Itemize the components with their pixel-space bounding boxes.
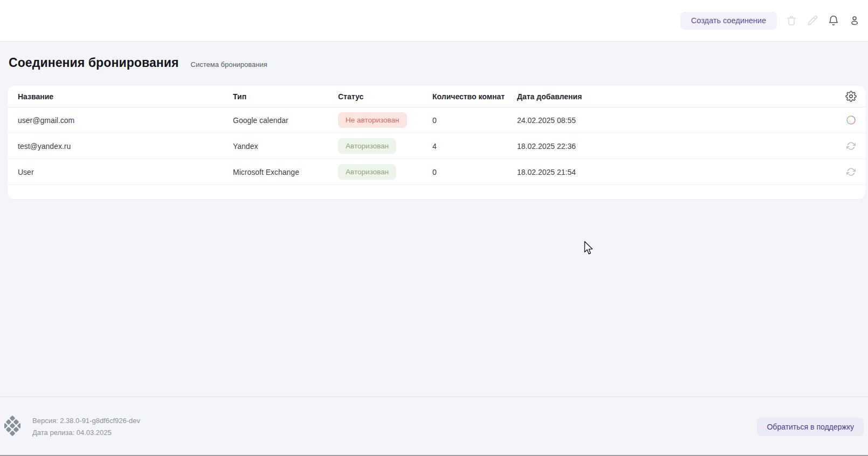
- table-row[interactable]: test@yandex.ru Yandex Авторизован 4 18.0…: [8, 133, 865, 159]
- column-header-rooms: Количество комнат: [432, 92, 517, 101]
- cell-name: test@yandex.ru: [18, 142, 233, 151]
- status-badge: Авторизован: [338, 164, 396, 180]
- cell-name: User: [18, 168, 233, 176]
- top-bar-icons: [784, 13, 862, 28]
- status-badge: Не авторизован: [338, 112, 407, 128]
- empty-content-area: [0, 199, 868, 397]
- top-bar: Создать соединение: [0, 0, 868, 42]
- sync-icon[interactable]: [845, 166, 857, 178]
- pencil-icon[interactable]: [805, 13, 819, 28]
- cell-date: 18.02.2025 22:36: [517, 142, 831, 151]
- cell-name: user@gmail.com: [18, 116, 233, 125]
- cell-date: 24.02.2025 08:55: [517, 116, 831, 125]
- version-text: Версия: 2.38.0-91-g8df6cf926-dev: [32, 417, 140, 425]
- column-header-name: Название: [18, 92, 233, 101]
- page-title: Соединения бронирования: [9, 56, 179, 70]
- contact-support-button[interactable]: Обратиться в поддержку: [757, 418, 864, 436]
- table-header-row: Название Тип Статус Количество комнат Да…: [8, 86, 865, 107]
- cell-date: 18.02.2025 21:54: [517, 168, 831, 176]
- bell-icon[interactable]: [826, 13, 841, 28]
- connections-table: Название Тип Статус Количество комнат Да…: [8, 86, 865, 199]
- cell-status: Авторизован: [338, 164, 432, 180]
- gear-icon[interactable]: [845, 91, 857, 103]
- column-header-status: Статус: [338, 92, 432, 101]
- table-row[interactable]: user@gmail.com Google calendar Не автори…: [8, 107, 865, 133]
- column-header-type: Тип: [233, 92, 338, 101]
- create-connection-button[interactable]: Создать соединение: [680, 12, 777, 30]
- cell-type: Microsoft Exchange: [233, 168, 338, 176]
- cell-type: Yandex: [233, 142, 338, 151]
- cell-status: Не авторизован: [338, 112, 432, 128]
- release-date-text: Дата релиза: 04.03.2025: [32, 428, 140, 437]
- status-badge: Авторизован: [338, 138, 396, 154]
- page-subtitle: Система бронирования: [191, 60, 267, 69]
- diamond-cluster-logo: [4, 416, 20, 438]
- page-head: Соединения бронирования Система брониров…: [0, 42, 868, 70]
- app-window: Создать соединение: [0, 0, 868, 456]
- sync-icon[interactable]: [845, 140, 857, 152]
- footer: Версия: 2.38.0-91-g8df6cf926-dev Дата ре…: [0, 397, 868, 456]
- table-row[interactable]: User Microsoft Exchange Авторизован 0 18…: [8, 159, 865, 185]
- cell-rooms: 4: [432, 142, 517, 151]
- column-header-date: Дата добавления: [517, 92, 831, 101]
- trash-icon[interactable]: [784, 13, 798, 28]
- cell-rooms: 0: [432, 116, 517, 125]
- user-icon[interactable]: [848, 13, 862, 28]
- cell-rooms: 0: [432, 168, 517, 176]
- sync-colored-icon[interactable]: [845, 114, 857, 126]
- cell-status: Авторизован: [338, 138, 432, 154]
- cell-type: Google calendar: [233, 116, 338, 125]
